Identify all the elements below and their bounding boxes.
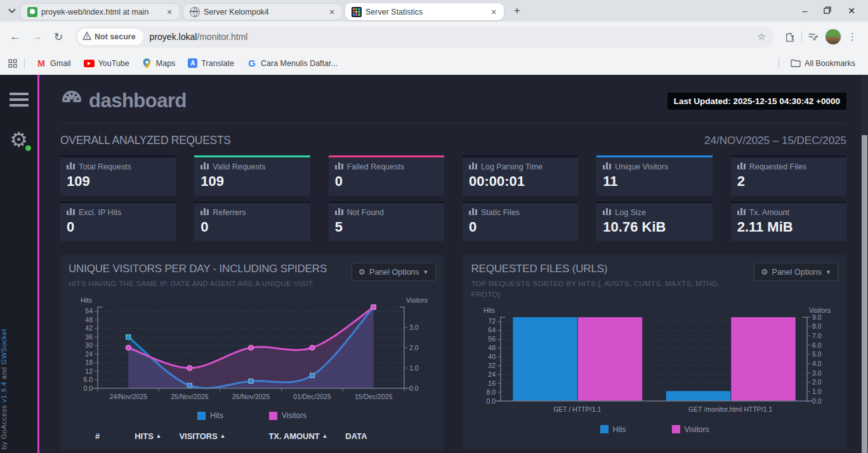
caret-down-icon: ▼	[825, 269, 831, 275]
menu-hamburger-icon[interactable]	[10, 93, 29, 107]
back-icon[interactable]: ←	[6, 28, 24, 46]
col-hits[interactable]: HITS ▲	[135, 431, 161, 441]
extensions-icon[interactable]	[785, 32, 795, 42]
svg-text:42: 42	[85, 324, 93, 332]
svg-text:3.0: 3.0	[812, 369, 822, 376]
tab-close-icon[interactable]: ✕	[164, 7, 174, 17]
svg-text:48: 48	[85, 316, 93, 324]
settings-gear-icon[interactable]: ⚙	[8, 129, 30, 150]
svg-text:54: 54	[85, 307, 93, 315]
profile-avatar[interactable]	[825, 29, 841, 45]
bookmark-translate[interactable]: A Translate	[183, 56, 239, 70]
window-restore-button[interactable]	[824, 6, 831, 16]
globe-favicon	[190, 7, 200, 17]
bar-chart-icon	[737, 162, 746, 171]
tab-server-statistics[interactable]: Server Statistics ✕	[345, 3, 504, 20]
header-divider	[60, 123, 846, 124]
goaccess-version-link[interactable]: v1.9.4	[0, 381, 8, 402]
svg-text:0.0: 0.0	[409, 384, 419, 392]
address-bar[interactable]: Not secure proyek.lokal/monitor.html ☆	[75, 26, 773, 48]
svg-text:32: 32	[488, 361, 496, 369]
stat-card-static-files: Static Files0	[463, 201, 578, 241]
stat-card-label: Log Parsing Time	[481, 162, 542, 171]
tab-search-chevron-icon[interactable]	[4, 3, 20, 19]
legend-swatch	[672, 425, 680, 433]
bookmark-youtube[interactable]: YouTube	[79, 56, 135, 70]
stat-card-label: Unique Visitors	[615, 162, 668, 171]
tab-close-icon[interactable]: ✕	[489, 7, 499, 17]
stat-card-log-parsing-time: Log Parsing Time00:00:01	[463, 155, 578, 195]
legend-swatch	[600, 425, 608, 433]
chrome-menu-icon[interactable]: ⋮	[848, 31, 858, 43]
all-bookmarks-button[interactable]: All Bookmarks	[786, 56, 860, 71]
col-tx-amount[interactable]: TX. AMOUNT ▲	[268, 431, 327, 441]
svg-text:36: 36	[85, 333, 93, 341]
bookmark-gmail[interactable]: M Gmail	[31, 56, 76, 71]
panel-options-button[interactable]: ⚙Panel Options▼	[352, 263, 436, 281]
stat-card-value: 0	[469, 219, 572, 235]
tab-title: Server Kelompok4	[204, 8, 323, 16]
window-minimize-button[interactable]: –	[802, 6, 807, 16]
svg-text:64: 64	[488, 326, 496, 334]
svg-text:2.0: 2.0	[409, 344, 419, 351]
stat-card-value: 109	[201, 173, 303, 190]
stat-card-value: 00:00:01	[469, 173, 572, 190]
svg-text:5.0: 5.0	[812, 350, 822, 358]
svg-text:48: 48	[488, 344, 496, 351]
scrollbar-thumb[interactable]	[862, 135, 867, 453]
svg-text:1.0: 1.0	[812, 387, 822, 395]
svg-text:6.0: 6.0	[812, 341, 822, 348]
svg-text:26/Nov/2025: 26/Nov/2025	[232, 393, 270, 400]
col-data[interactable]: DATA	[345, 431, 367, 441]
panel-title: REQUESTED FILES (URLS)	[471, 263, 744, 275]
bar-chart-icon	[335, 162, 343, 171]
legend-item-hits: Hits	[197, 411, 223, 420]
stat-card-valid-requests: Valid Requests109	[194, 155, 310, 195]
media-controls-icon[interactable]	[808, 32, 819, 42]
svg-text:2.0: 2.0	[812, 378, 822, 386]
stat-card-label: Failed Requests	[347, 162, 404, 171]
visitors-table-header: # HITS ▲ VISITORS ▲ TX. AMOUNT ▲ DATA	[69, 431, 436, 441]
gwsocket-link[interactable]: GWSocket	[0, 329, 8, 365]
svg-text:Hits: Hits	[81, 296, 92, 304]
bookmark-maps[interactable]: Maps	[137, 56, 181, 71]
svg-text:72: 72	[488, 317, 496, 325]
svg-text:40: 40	[488, 353, 496, 360]
stat-card-unique-visitors: Unique Visitors11	[596, 155, 712, 195]
svg-text:3.0: 3.0	[409, 324, 419, 331]
panel-options-button[interactable]: ⚙Panel Options▼	[754, 263, 838, 281]
bar-chart-icon	[67, 162, 75, 171]
svg-text:7.0: 7.0	[812, 331, 822, 339]
security-chip[interactable]: Not secure	[77, 29, 143, 45]
tab-proyek-web[interactable]: proyek-web/index.html at main ✕	[20, 3, 180, 20]
github-favicon	[27, 7, 37, 17]
overview-title: OVERALL ANALYZED REQUESTS	[60, 134, 231, 147]
reload-icon[interactable]: ↻	[49, 28, 67, 46]
window-close-button[interactable]: ✕	[848, 6, 855, 16]
security-label: Not secure	[95, 32, 136, 41]
svg-text:Hits: Hits	[483, 306, 494, 314]
page-scrollbar[interactable]	[861, 75, 868, 453]
bar-chart-icon	[67, 208, 75, 217]
sidebar-credit: by GoAccess v1.9.4 and GWSocket	[0, 329, 38, 449]
page-title: dashboard	[60, 89, 187, 113]
new-tab-button[interactable]: +	[509, 3, 525, 19]
stat-card-value: 5	[335, 219, 438, 235]
stat-card-label: Tx. Amount	[749, 208, 789, 217]
sort-asc-icon: ▲	[220, 433, 225, 439]
tab-close-icon[interactable]: ✕	[327, 7, 337, 17]
svg-text:1.0: 1.0	[409, 364, 419, 372]
stat-card-value: 0	[335, 173, 438, 190]
stat-card-label: Static Files	[481, 208, 520, 217]
tab-server-kelompok4[interactable]: Server Kelompok4 ✕	[183, 3, 343, 20]
stat-card-log-size: Log Size10.76 KiB	[596, 201, 712, 241]
bar-chart-icon	[603, 208, 611, 217]
bookmark-star-icon[interactable]: ☆	[758, 31, 766, 43]
bookmark-cara-menulis[interactable]: G Cara Menulis Daftar...	[242, 56, 343, 71]
gear-icon: ⚙	[358, 267, 365, 277]
col-visitors[interactable]: VISITORS ▲	[179, 431, 225, 441]
bar-chart-icon	[469, 208, 477, 217]
forward-icon[interactable]: →	[28, 28, 46, 46]
apps-grid-icon[interactable]	[8, 58, 18, 69]
svg-text:9.0: 9.0	[812, 313, 822, 320]
